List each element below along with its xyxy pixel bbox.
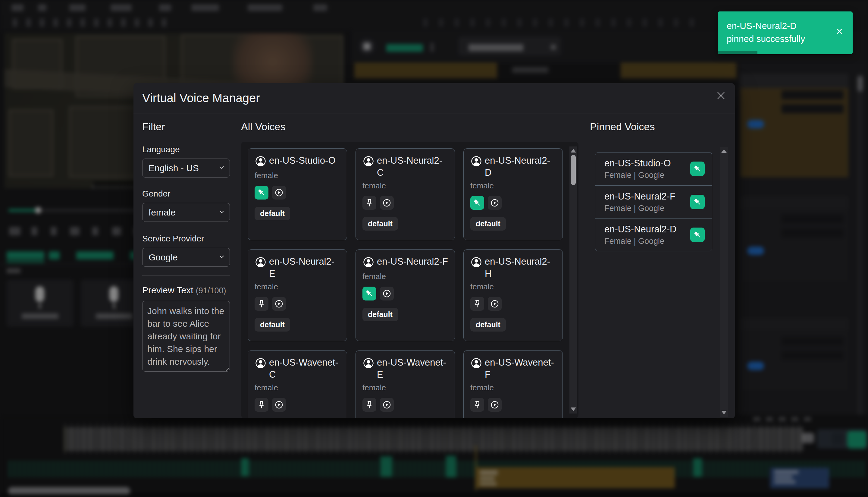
voice-gender: female xyxy=(255,383,340,393)
pin-button[interactable] xyxy=(255,297,269,311)
virtual-voice-manager-modal: Virtual Voice Manager Filter Language En… xyxy=(133,83,735,418)
pin-button[interactable] xyxy=(362,196,376,210)
play-circle-icon xyxy=(274,188,284,197)
preview-text-input[interactable]: John walks into the bar to see Alice alr… xyxy=(142,301,230,372)
scroll-down-icon[interactable] xyxy=(721,411,727,414)
voice-gender: female xyxy=(362,181,448,190)
pin-button[interactable] xyxy=(255,186,269,200)
voice-name: en-US-Neural2-E xyxy=(269,256,340,280)
voice-grid: en-US-Studio-O female xyxy=(248,148,563,418)
all-voices-heading: All Voices xyxy=(241,121,285,133)
play-circle-icon xyxy=(274,299,284,308)
user-circle-icon xyxy=(362,155,375,169)
pinned-voices-scrollbar[interactable] xyxy=(720,147,728,417)
user-circle-icon xyxy=(255,155,266,169)
toast-notification: en-US-Neural2-D pinned successfully × xyxy=(718,12,853,54)
voice-default-badge: default xyxy=(255,318,290,331)
user-circle-icon xyxy=(470,256,482,269)
scrollbar-thumb[interactable] xyxy=(571,155,576,185)
filter-divider xyxy=(142,275,230,275)
play-circle-icon xyxy=(274,400,284,409)
user-circle-icon xyxy=(362,256,375,269)
pinned-voices-list: en-US-Studio-O Female | Google en-US-Neu… xyxy=(595,152,712,251)
play-button[interactable] xyxy=(272,297,286,311)
play-button[interactable] xyxy=(488,297,502,311)
voice-card: en-US-Neural2-F female xyxy=(356,249,455,341)
play-circle-icon xyxy=(382,400,391,409)
play-button[interactable] xyxy=(272,398,286,412)
voice-name: en-US-Wavenet-C xyxy=(269,357,340,381)
scroll-up-icon[interactable] xyxy=(721,149,727,153)
gender-select-value: female xyxy=(148,207,176,217)
voice-name: en-US-Studio-O xyxy=(269,155,336,167)
all-voices-panel: en-US-Studio-O female xyxy=(241,142,578,418)
chevron-down-icon xyxy=(218,207,226,217)
toast-message: en-US-Neural2-D pinned successfully xyxy=(727,19,825,45)
chevron-down-icon xyxy=(218,252,226,262)
gender-select[interactable]: female xyxy=(142,203,230,222)
app-screen: Virtual Voice Manager Filter Language En… xyxy=(0,0,868,497)
close-icon[interactable] xyxy=(713,88,729,104)
play-button[interactable] xyxy=(272,186,286,200)
user-circle-icon xyxy=(362,357,375,370)
provider-label: Service Provider xyxy=(142,234,230,243)
voice-name: en-US-Neural2-H xyxy=(485,256,556,280)
voice-default-badge: default xyxy=(255,207,290,220)
voice-card: en-US-Neural2-H female xyxy=(463,249,563,341)
user-circle-icon xyxy=(255,256,266,269)
all-voices-scrollbar[interactable] xyxy=(569,146,577,413)
preview-text-label: Preview Text (91/100) xyxy=(142,285,230,295)
voice-gender: female xyxy=(362,383,448,393)
language-select-value: English - US xyxy=(148,163,199,173)
voice-name: en-US-Neural2-C xyxy=(377,155,448,179)
preview-char-count: (91/100) xyxy=(196,286,226,295)
unpin-button[interactable] xyxy=(690,228,705,242)
scroll-up-icon[interactable] xyxy=(570,149,576,153)
pin-button[interactable] xyxy=(470,196,484,210)
voice-gender: female xyxy=(470,282,556,292)
pin-button[interactable] xyxy=(255,398,269,412)
voice-card: en-US-Wavenet-E female xyxy=(356,350,455,418)
voice-card: en-US-Studio-O female xyxy=(248,148,347,240)
play-button[interactable] xyxy=(380,196,394,210)
scroll-down-icon[interactable] xyxy=(570,408,576,411)
language-select[interactable]: English - US xyxy=(142,158,230,178)
play-circle-icon xyxy=(382,198,391,207)
play-button[interactable] xyxy=(380,287,394,300)
play-button[interactable] xyxy=(488,196,502,210)
play-circle-icon xyxy=(382,289,391,298)
voice-card: en-US-Wavenet-C female xyxy=(248,350,347,418)
play-circle-icon xyxy=(490,198,499,207)
voice-name: en-US-Wavenet-E xyxy=(377,357,448,381)
voice-gender: female xyxy=(362,272,448,281)
language-label: Language xyxy=(142,145,230,154)
unpin-button[interactable] xyxy=(690,161,705,176)
pin-button[interactable] xyxy=(362,287,376,300)
play-button[interactable] xyxy=(488,398,502,412)
modal-header: Virtual Voice Manager xyxy=(133,83,735,114)
pin-button[interactable] xyxy=(470,398,484,412)
voice-card: en-US-Neural2-D female xyxy=(463,148,563,240)
play-button[interactable] xyxy=(380,398,394,412)
voice-card: en-US-Wavenet-F female xyxy=(463,350,563,418)
pinned-voice-item: en-US-Studio-O Female | Google xyxy=(595,153,712,185)
voice-gender: female xyxy=(470,181,556,190)
close-icon[interactable]: × xyxy=(833,25,846,38)
pinned-voice-item: en-US-Neural2-D Female | Google xyxy=(595,218,712,251)
voice-default-badge: default xyxy=(470,217,506,230)
voice-default-badge: default xyxy=(362,308,398,321)
voice-card: en-US-Neural2-C female xyxy=(356,148,455,240)
gender-label: Gender xyxy=(142,189,230,199)
voice-gender: female xyxy=(470,383,556,393)
unpin-button[interactable] xyxy=(690,195,705,209)
provider-select[interactable]: Google xyxy=(142,248,230,267)
pin-button[interactable] xyxy=(470,297,484,311)
play-circle-icon xyxy=(490,299,499,308)
voice-name: en-US-Neural2-D xyxy=(485,155,556,179)
pin-button[interactable] xyxy=(362,398,376,412)
user-circle-icon xyxy=(470,155,482,169)
provider-select-value: Google xyxy=(148,252,178,262)
voice-default-badge: default xyxy=(362,217,398,230)
modal-title: Virtual Voice Manager xyxy=(142,91,260,105)
filter-heading: Filter xyxy=(142,121,230,133)
